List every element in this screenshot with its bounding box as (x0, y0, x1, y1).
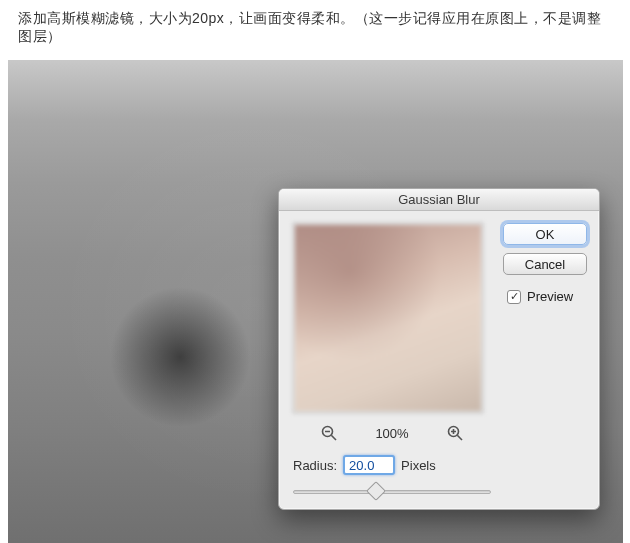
slider-thumb[interactable] (366, 481, 386, 501)
image-canvas: Gaussian Blur 100% Radius: Pixels (8, 60, 623, 543)
preview-checkbox[interactable]: ✓ (507, 290, 521, 304)
instruction-text: 添加高斯模糊滤镜，大小为20px，让画面变得柔和。（这一步记得应用在原图上，不是… (0, 0, 630, 60)
radius-input[interactable] (343, 455, 395, 475)
radius-label: Radius: (293, 458, 337, 473)
zoom-in-icon[interactable] (445, 423, 465, 443)
dialog-title: Gaussian Blur (398, 192, 480, 207)
zoom-level: 100% (375, 426, 408, 441)
svg-line-4 (457, 435, 462, 440)
radius-units: Pixels (401, 458, 436, 473)
radius-slider[interactable] (293, 483, 491, 499)
svg-line-1 (332, 435, 337, 440)
zoom-out-icon[interactable] (319, 423, 339, 443)
preview-label: Preview (527, 289, 573, 304)
filter-preview[interactable] (293, 223, 483, 413)
ok-button[interactable]: OK (503, 223, 587, 245)
slider-track (293, 490, 491, 494)
dialog-titlebar[interactable]: Gaussian Blur (279, 189, 599, 211)
gaussian-blur-dialog: Gaussian Blur 100% Radius: Pixels (278, 188, 600, 510)
cancel-button[interactable]: Cancel (503, 253, 587, 275)
